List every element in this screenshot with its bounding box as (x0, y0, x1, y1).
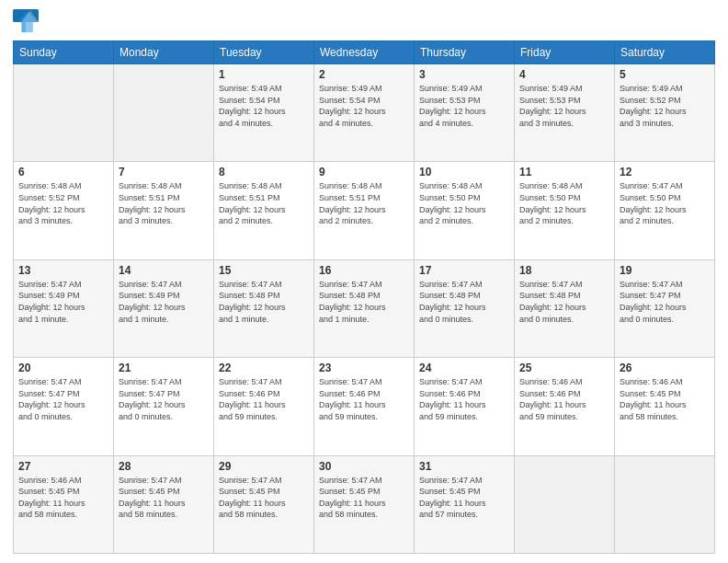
calendar-cell: 10Sunrise: 5:48 AM Sunset: 5:50 PM Dayli… (415, 162, 515, 259)
calendar-cell: 29Sunrise: 5:47 AM Sunset: 5:45 PM Dayli… (214, 455, 314, 553)
day-number: 30 (319, 460, 409, 473)
calendar-cell: 19Sunrise: 5:47 AM Sunset: 5:47 PM Dayli… (615, 259, 715, 357)
logo-icon (13, 9, 39, 35)
header (13, 9, 715, 35)
calendar-cell (114, 64, 214, 162)
day-number: 17 (419, 264, 509, 277)
day-info: Sunrise: 5:49 AM Sunset: 5:53 PM Dayligh… (419, 83, 509, 129)
day-info: Sunrise: 5:48 AM Sunset: 5:51 PM Dayligh… (319, 180, 409, 226)
calendar-cell: 3Sunrise: 5:49 AM Sunset: 5:53 PM Daylig… (415, 64, 515, 162)
calendar-cell: 20Sunrise: 5:47 AM Sunset: 5:47 PM Dayli… (14, 358, 114, 455)
day-info: Sunrise: 5:47 AM Sunset: 5:47 PM Dayligh… (18, 376, 108, 422)
page: SundayMondayTuesdayWednesdayThursdayFrid… (0, 0, 728, 563)
day-info: Sunrise: 5:47 AM Sunset: 5:47 PM Dayligh… (620, 279, 710, 325)
day-info: Sunrise: 5:47 AM Sunset: 5:47 PM Dayligh… (119, 376, 209, 422)
day-info: Sunrise: 5:46 AM Sunset: 5:45 PM Dayligh… (620, 376, 710, 422)
calendar-cell: 16Sunrise: 5:47 AM Sunset: 5:48 PM Dayli… (314, 259, 415, 357)
day-info: Sunrise: 5:48 AM Sunset: 5:52 PM Dayligh… (18, 180, 108, 226)
calendar: SundayMondayTuesdayWednesdayThursdayFrid… (13, 40, 715, 554)
weekday-row: SundayMondayTuesdayWednesdayThursdayFrid… (14, 41, 715, 64)
calendar-cell: 15Sunrise: 5:47 AM Sunset: 5:48 PM Dayli… (214, 259, 314, 357)
day-number: 9 (319, 166, 409, 178)
day-number: 24 (419, 362, 509, 374)
logo (13, 9, 42, 35)
calendar-cell: 11Sunrise: 5:48 AM Sunset: 5:50 PM Dayli… (515, 162, 615, 259)
day-number: 8 (219, 166, 309, 178)
calendar-cell: 30Sunrise: 5:47 AM Sunset: 5:45 PM Dayli… (314, 455, 415, 553)
day-info: Sunrise: 5:49 AM Sunset: 5:54 PM Dayligh… (219, 83, 309, 129)
day-number: 25 (519, 362, 609, 374)
day-number: 26 (620, 362, 710, 374)
day-number: 23 (319, 362, 409, 374)
day-info: Sunrise: 5:47 AM Sunset: 5:48 PM Dayligh… (419, 279, 509, 325)
week-row-5: 27Sunrise: 5:46 AM Sunset: 5:45 PM Dayli… (14, 455, 715, 553)
calendar-cell: 1Sunrise: 5:49 AM Sunset: 5:54 PM Daylig… (214, 64, 314, 162)
day-info: Sunrise: 5:47 AM Sunset: 5:48 PM Dayligh… (319, 279, 409, 325)
day-number: 29 (219, 460, 309, 473)
calendar-cell: 22Sunrise: 5:47 AM Sunset: 5:46 PM Dayli… (214, 358, 314, 455)
day-number: 3 (419, 68, 509, 81)
day-number: 5 (620, 68, 710, 81)
calendar-cell: 27Sunrise: 5:46 AM Sunset: 5:45 PM Dayli… (14, 455, 114, 553)
day-info: Sunrise: 5:47 AM Sunset: 5:48 PM Dayligh… (519, 279, 609, 325)
day-info: Sunrise: 5:49 AM Sunset: 5:54 PM Dayligh… (319, 83, 409, 129)
week-row-4: 20Sunrise: 5:47 AM Sunset: 5:47 PM Dayli… (14, 358, 715, 455)
calendar-cell: 28Sunrise: 5:47 AM Sunset: 5:45 PM Dayli… (114, 455, 214, 553)
day-info: Sunrise: 5:49 AM Sunset: 5:52 PM Dayligh… (620, 83, 710, 129)
calendar-cell: 6Sunrise: 5:48 AM Sunset: 5:52 PM Daylig… (14, 162, 114, 259)
weekday-header-tuesday: Tuesday (214, 41, 314, 64)
calendar-header: SundayMondayTuesdayWednesdayThursdayFrid… (14, 41, 715, 64)
day-number: 7 (119, 166, 209, 178)
calendar-cell: 24Sunrise: 5:47 AM Sunset: 5:46 PM Dayli… (415, 358, 515, 455)
day-info: Sunrise: 5:47 AM Sunset: 5:49 PM Dayligh… (119, 279, 209, 325)
day-number: 16 (319, 264, 409, 277)
weekday-header-friday: Friday (515, 41, 615, 64)
day-info: Sunrise: 5:47 AM Sunset: 5:45 PM Dayligh… (419, 475, 509, 521)
calendar-cell (14, 64, 114, 162)
weekday-header-sunday: Sunday (14, 41, 114, 64)
day-number: 19 (620, 264, 710, 277)
day-info: Sunrise: 5:49 AM Sunset: 5:53 PM Dayligh… (519, 83, 609, 129)
day-info: Sunrise: 5:48 AM Sunset: 5:50 PM Dayligh… (419, 180, 509, 226)
weekday-header-monday: Monday (114, 41, 214, 64)
calendar-cell: 18Sunrise: 5:47 AM Sunset: 5:48 PM Dayli… (515, 259, 615, 357)
calendar-cell: 31Sunrise: 5:47 AM Sunset: 5:45 PM Dayli… (415, 455, 515, 553)
day-info: Sunrise: 5:47 AM Sunset: 5:46 PM Dayligh… (419, 376, 509, 422)
calendar-cell: 4Sunrise: 5:49 AM Sunset: 5:53 PM Daylig… (515, 64, 615, 162)
calendar-cell: 8Sunrise: 5:48 AM Sunset: 5:51 PM Daylig… (214, 162, 314, 259)
calendar-cell: 21Sunrise: 5:47 AM Sunset: 5:47 PM Dayli… (114, 358, 214, 455)
day-number: 28 (119, 460, 209, 473)
day-number: 13 (18, 264, 108, 277)
day-info: Sunrise: 5:47 AM Sunset: 5:45 PM Dayligh… (319, 475, 409, 521)
day-info: Sunrise: 5:47 AM Sunset: 5:46 PM Dayligh… (219, 376, 309, 422)
day-info: Sunrise: 5:48 AM Sunset: 5:50 PM Dayligh… (519, 180, 609, 226)
weekday-header-thursday: Thursday (415, 41, 515, 64)
calendar-cell (615, 455, 715, 553)
day-number: 18 (519, 264, 609, 277)
calendar-cell: 9Sunrise: 5:48 AM Sunset: 5:51 PM Daylig… (314, 162, 415, 259)
day-number: 27 (18, 460, 108, 473)
calendar-body: 1Sunrise: 5:49 AM Sunset: 5:54 PM Daylig… (14, 64, 715, 554)
week-row-3: 13Sunrise: 5:47 AM Sunset: 5:49 PM Dayli… (14, 259, 715, 357)
day-number: 1 (219, 68, 309, 81)
day-info: Sunrise: 5:47 AM Sunset: 5:50 PM Dayligh… (620, 180, 710, 226)
day-info: Sunrise: 5:47 AM Sunset: 5:45 PM Dayligh… (119, 475, 209, 521)
day-info: Sunrise: 5:48 AM Sunset: 5:51 PM Dayligh… (219, 180, 309, 226)
week-row-1: 1Sunrise: 5:49 AM Sunset: 5:54 PM Daylig… (14, 64, 715, 162)
calendar-cell: 23Sunrise: 5:47 AM Sunset: 5:46 PM Dayli… (314, 358, 415, 455)
calendar-cell: 12Sunrise: 5:47 AM Sunset: 5:50 PM Dayli… (615, 162, 715, 259)
day-number: 14 (119, 264, 209, 277)
day-info: Sunrise: 5:47 AM Sunset: 5:49 PM Dayligh… (18, 279, 108, 325)
calendar-cell (515, 455, 615, 553)
calendar-cell: 14Sunrise: 5:47 AM Sunset: 5:49 PM Dayli… (114, 259, 214, 357)
calendar-cell: 7Sunrise: 5:48 AM Sunset: 5:51 PM Daylig… (114, 162, 214, 259)
weekday-header-saturday: Saturday (615, 41, 715, 64)
calendar-cell: 17Sunrise: 5:47 AM Sunset: 5:48 PM Dayli… (415, 259, 515, 357)
day-number: 21 (119, 362, 209, 374)
day-info: Sunrise: 5:47 AM Sunset: 5:46 PM Dayligh… (319, 376, 409, 422)
day-number: 4 (519, 68, 609, 81)
day-info: Sunrise: 5:47 AM Sunset: 5:48 PM Dayligh… (219, 279, 309, 325)
day-number: 31 (419, 460, 509, 473)
day-info: Sunrise: 5:48 AM Sunset: 5:51 PM Dayligh… (119, 180, 209, 226)
day-number: 10 (419, 166, 509, 178)
